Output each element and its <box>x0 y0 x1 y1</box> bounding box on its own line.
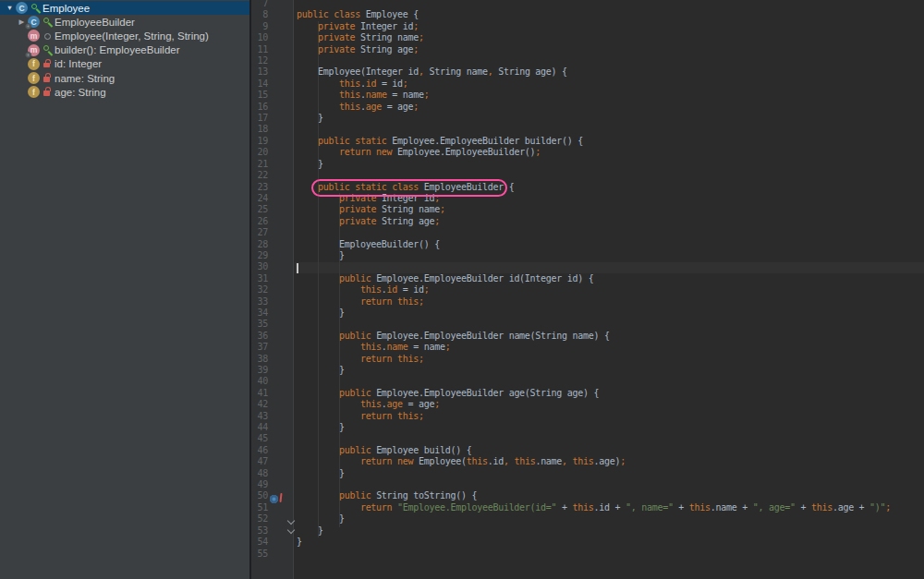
line-number[interactable]: 31 <box>251 273 268 284</box>
code-line[interactable]: 29 } <box>251 250 924 261</box>
line-number[interactable]: 17 <box>251 113 268 124</box>
code-line[interactable]: 51 return "Employee.EmployeeBuilder(id="… <box>251 502 924 513</box>
line-number[interactable]: 14 <box>251 78 268 90</box>
fold-marker-icon[interactable] <box>287 517 296 524</box>
tree-item[interactable]: fage: String <box>0 85 249 99</box>
code-line[interactable]: 55 <box>251 549 924 560</box>
line-number[interactable]: 47 <box>251 456 268 467</box>
code-line[interactable]: 23 public static class EmployeeBuilder { <box>251 182 924 193</box>
code-line[interactable]: 46 public Employee build() { <box>251 445 924 456</box>
line-number[interactable]: 39 <box>251 365 268 376</box>
line-number[interactable]: 45 <box>251 433 268 444</box>
code-line[interactable]: 15 this.name = name; <box>251 90 924 101</box>
panel-editor-divider[interactable] <box>249 0 251 579</box>
code-line[interactable]: 30 <box>251 261 924 272</box>
line-number[interactable]: 24 <box>251 193 268 204</box>
line-number[interactable]: 52 <box>251 513 268 525</box>
code-line[interactable]: 32 this.id = id; <box>251 284 924 296</box>
line-number[interactable]: 21 <box>251 159 268 170</box>
line-number[interactable]: 22 <box>251 170 268 181</box>
code-line[interactable]: 28 EmployeeBuilder() { <box>251 239 924 250</box>
line-number[interactable]: 44 <box>251 422 268 433</box>
code-line[interactable]: 19 public static Employee.EmployeeBuilde… <box>251 136 924 147</box>
line-number[interactable]: 55 <box>251 549 268 560</box>
line-number[interactable]: 46 <box>251 445 268 456</box>
line-number[interactable]: 9 <box>251 21 268 32</box>
line-number[interactable]: 37 <box>251 342 268 353</box>
code-line[interactable]: 24 private Integer id; <box>251 193 924 204</box>
code-line[interactable]: 49 <box>251 479 924 490</box>
code-line[interactable]: 26 private String age; <box>251 216 924 227</box>
line-number[interactable]: 33 <box>251 296 268 308</box>
code-line[interactable]: 22 <box>251 170 924 181</box>
expand-arrow-icon[interactable]: ▼ <box>4 4 16 12</box>
code-line[interactable]: 17 } <box>251 113 924 124</box>
tree-item[interactable]: ▼CEmployee <box>0 1 249 15</box>
code-line[interactable]: 50 public String toString() { <box>251 490 924 501</box>
code-line[interactable]: 36 public Employee.EmployeeBuilder name(… <box>251 331 924 342</box>
code-line[interactable]: 8public class Employee { <box>251 9 924 20</box>
line-number[interactable]: 38 <box>251 354 268 365</box>
code-line[interactable]: 52 } <box>251 513 924 525</box>
line-number[interactable]: 43 <box>251 411 268 422</box>
code-line[interactable]: 13 Employee(Integer id, String name, Str… <box>251 66 924 78</box>
code-line[interactable]: 34 } <box>251 308 924 319</box>
tree-item[interactable]: fid: Integer <box>0 57 249 71</box>
line-number[interactable]: 15 <box>251 90 268 101</box>
code-line[interactable]: 37 this.name = name; <box>251 342 924 353</box>
line-number[interactable]: 8 <box>251 9 268 20</box>
line-number[interactable]: 30 <box>251 261 268 272</box>
code-line[interactable]: 25 private String name; <box>251 204 924 215</box>
fold-marker-icon[interactable] <box>287 526 296 533</box>
code-line[interactable]: 31 public Employee.EmployeeBuilder id(In… <box>251 273 924 284</box>
code-line[interactable]: 41 public Employee.EmployeeBuilder age(S… <box>251 388 924 399</box>
line-number[interactable]: 12 <box>251 55 268 66</box>
code-line[interactable]: 20 return new Employee.EmployeeBuilder()… <box>251 147 924 158</box>
code-line[interactable]: 48 } <box>251 468 924 479</box>
line-number[interactable]: 36 <box>251 331 268 342</box>
line-number[interactable]: 29 <box>251 250 268 261</box>
line-number[interactable]: 34 <box>251 308 268 319</box>
code-line[interactable]: 10 private String name; <box>251 32 924 43</box>
code-line[interactable]: 47 return new Employee(this.id, this.nam… <box>251 456 924 467</box>
line-number[interactable]: 7 <box>251 0 268 9</box>
code-line[interactable]: 21 } <box>251 159 924 170</box>
line-number[interactable]: 13 <box>251 66 268 78</box>
line-number[interactable]: 20 <box>251 147 268 158</box>
line-number[interactable]: 40 <box>251 376 268 387</box>
tree-item[interactable]: ▶CEmployeeBuilder <box>0 15 249 29</box>
line-number[interactable]: 19 <box>251 136 268 147</box>
line-number[interactable]: 49 <box>251 479 268 490</box>
tree-item[interactable]: mEmployee(Integer, String, String) <box>0 29 249 42</box>
code-line[interactable]: 14 this.id = id; <box>251 78 924 90</box>
line-number[interactable]: 42 <box>251 399 268 410</box>
line-number[interactable]: 35 <box>251 319 268 330</box>
line-number[interactable]: 53 <box>251 525 268 537</box>
line-number[interactable]: 54 <box>251 537 268 548</box>
tree-item[interactable]: mbuilder(): EmployeeBuilder <box>0 43 249 57</box>
line-number[interactable]: 51 <box>251 502 268 513</box>
code-line[interactable]: 12 <box>251 55 924 66</box>
line-number[interactable]: 48 <box>251 468 268 479</box>
line-number[interactable]: 27 <box>251 227 268 238</box>
code-line[interactable]: 7 <box>251 0 924 9</box>
code-line[interactable]: 44 } <box>251 422 924 433</box>
line-number[interactable]: 23 <box>251 182 268 193</box>
line-number[interactable]: 28 <box>251 239 268 250</box>
code-line[interactable]: 35 <box>251 319 924 330</box>
line-number[interactable]: 16 <box>251 102 268 113</box>
line-number[interactable]: 11 <box>251 44 268 55</box>
line-number[interactable]: 10 <box>251 32 268 43</box>
code-line[interactable]: 40 <box>251 376 924 387</box>
code-line[interactable]: 38 return this; <box>251 354 924 365</box>
code-line[interactable]: 42 this.age = age; <box>251 399 924 410</box>
code-line[interactable]: 43 return this; <box>251 411 924 422</box>
line-number[interactable]: 32 <box>251 284 268 296</box>
line-number[interactable]: 26 <box>251 216 268 227</box>
code-line[interactable]: 27 <box>251 227 924 238</box>
code-line[interactable]: 16 this.age = age; <box>251 102 924 113</box>
code-line[interactable]: 54} <box>251 537 924 548</box>
code-line[interactable]: 45 <box>251 433 924 444</box>
tree-item[interactable]: fname: String <box>0 71 249 85</box>
code-line[interactable]: 11 private String age; <box>251 44 924 55</box>
